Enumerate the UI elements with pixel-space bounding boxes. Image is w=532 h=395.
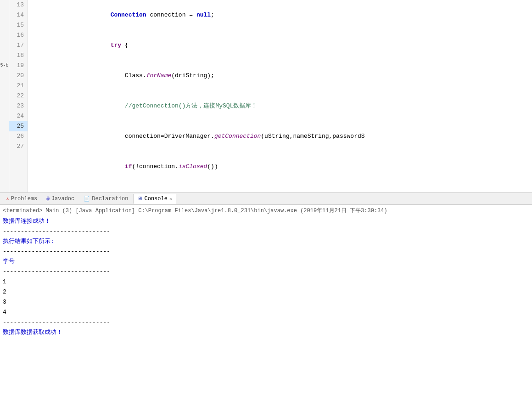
console-line-3: 执行结果如下所示: [3,237,529,247]
line-num-14: 14 [9,10,28,20]
tab-console-label: Console [144,196,167,202]
line-num-17: 17 [9,40,28,51]
margin-annotation-14 [0,10,9,20]
line-num-27: 27 [9,141,28,152]
line-num-26: 26 [9,131,28,141]
console-line-11: ------------------------------ [3,317,529,327]
console-line-2: ------------------------------ [3,226,529,237]
margin-annotation-17 [0,40,9,51]
margin-annotation-18 [0,51,9,61]
console-line-12: 数据库数据获取成功！ [3,327,529,338]
console-line-7: 1 [3,277,529,287]
javadoc-icon: @ [46,196,50,202]
code-editor: 5-b 13 14 15 16 17 18 19 20 21 [0,0,532,193]
console-close-button[interactable]: ✕ [169,196,172,202]
margin-area: 5-b [0,0,9,192]
code-line-16: //getConnection()方法，连接MySQL数据库！ [28,91,532,121]
margin-annotation-23 [0,101,9,111]
margin-annotation-15 [0,20,9,30]
code-line-19: System.out.println("数据库连接成功！"); [28,182,532,192]
margin-annotation-19: 5-b [0,61,9,71]
console-icon: 🖥 [137,196,142,202]
console-line-4: ------------------------------ [3,247,529,257]
code-line-13: Connection connection = null; [28,0,532,30]
line-num-16: 16 [9,30,28,40]
margin-annotation-25 [0,121,9,131]
line-num-18: 18 [9,51,28,61]
line-num-19: 19 [9,61,28,71]
margin-annotation-27 [0,141,9,152]
console-output-area[interactable]: <terminated> Main (3) [Java Application]… [0,205,532,384]
problems-icon: ⚠ [6,196,9,202]
console-line-1: 数据库连接成功！ [3,216,529,226]
console-line-10: 4 [3,307,529,317]
line-num-21: 21 [9,81,28,91]
tab-declaration-label: Declaration [92,196,128,202]
console-line-8: 2 [3,287,529,297]
tab-console[interactable]: 🖥 Console ✕ [133,194,176,204]
horizontal-scrollbar[interactable] [0,192,532,193]
margin-annotation-21 [0,81,9,91]
line-num-15: 15 [9,20,28,30]
margin-annotation-26 [0,131,9,141]
console-line-9: 3 [3,297,529,307]
margin-annotation-20 [0,71,9,81]
declaration-icon: 📄 [84,196,90,202]
tabs-bar: ⚠ Problems @ Javadoc 📄 Declaration 🖥 Con… [0,193,532,205]
ide-window: 5-b 13 14 15 16 17 18 19 20 21 [0,0,532,384]
tab-problems-label: Problems [11,196,38,202]
line-num-25: 25 [9,121,28,131]
console-line-6: ------------------------------ [3,267,529,277]
line-numbers: 13 14 15 16 17 18 19 20 21 22 23 24 25 2… [9,0,28,192]
console-line-5: 学号 [3,257,529,267]
margin-annotation-24 [0,111,9,121]
code-line-15: Class.forName(driString); [28,61,532,91]
line-num-22: 22 [9,91,28,101]
line-num-24: 24 [9,111,28,121]
console-output: 数据库连接成功！ ------------------------------ … [3,216,529,338]
margin-annotation-13 [0,0,9,10]
console-header: <terminated> Main (3) [Java Application]… [3,207,529,214]
code-content[interactable]: Connection connection = null; try { Clas… [28,0,532,192]
bottom-panel: ⚠ Problems @ Javadoc 📄 Declaration 🖥 Con… [0,193,532,384]
line-num-23: 23 [9,101,28,111]
tab-declaration[interactable]: 📄 Declaration [79,194,132,204]
tab-javadoc[interactable]: @ Javadoc [42,194,78,204]
code-line-17: connection=DriverManager.getConnection(u… [28,121,532,152]
line-num-13: 13 [9,0,28,10]
line-num-20: 20 [9,71,28,81]
tab-javadoc-label: Javadoc [51,196,74,202]
code-line-18: if(!connection.isClosed()) [28,152,532,182]
margin-annotation-22 [0,91,9,101]
margin-annotation-16 [0,30,9,40]
tab-problems[interactable]: ⚠ Problems [2,194,41,204]
code-line-14: try { [28,30,532,61]
